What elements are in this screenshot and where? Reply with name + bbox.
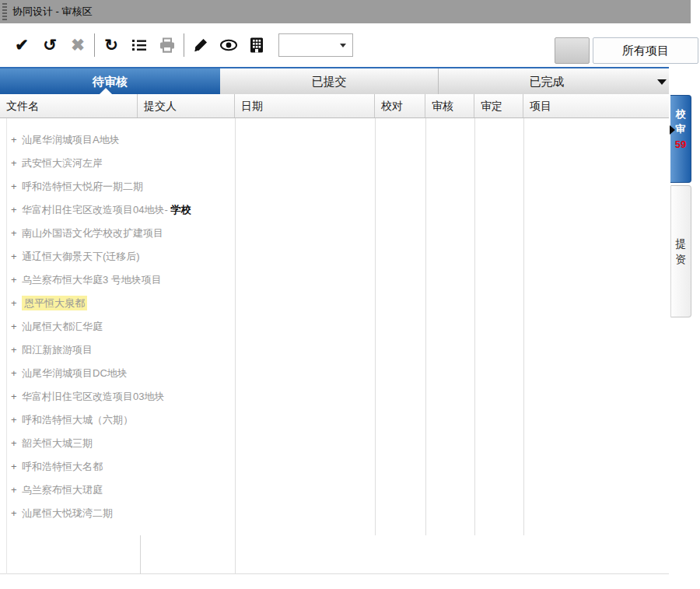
side-tab-tizi-label: 提资 (676, 236, 687, 267)
side-tab-review[interactable]: 校审 59 (670, 95, 691, 183)
list-item[interactable]: +武安恒大滨河左岸 (0, 152, 467, 175)
preview-button[interactable] (215, 32, 243, 58)
cancel-button[interactable]: ✖ (64, 32, 92, 58)
toggle-button[interactable] (555, 37, 590, 64)
grid-line (140, 535, 141, 574)
review-count-badge: 59 (670, 138, 691, 150)
list-view-button[interactable] (125, 32, 153, 58)
list-item[interactable]: +汕尾华润城项目A地块 (0, 128, 467, 152)
window-titlebar: 协同设计 - 审核区 (0, 0, 691, 23)
undo-icon: ↺ (43, 36, 57, 54)
project-name: 呼和浩特恒大悦府一期二期 (22, 181, 143, 192)
column-header-proofread[interactable]: 校对 (375, 94, 425, 117)
refresh-button[interactable]: ↻ (97, 32, 125, 58)
grid-line (474, 118, 475, 535)
project-name: 呼和浩特恒大城（六期） (22, 414, 133, 426)
expand-plus-icon[interactable]: + (11, 362, 19, 385)
expand-plus-icon[interactable]: + (11, 455, 19, 479)
file-list: +汕尾华润城项目A地块 +武安恒大滨河左岸 +呼和浩特恒大悦府一期二期 +华富村… (0, 118, 669, 574)
toolbar-separator (184, 33, 184, 57)
project-name: 呼和浩特恒大名都 (22, 461, 103, 472)
tab-bar: 待审核 已提交 已完成 (0, 67, 669, 94)
tab-completed[interactable]: 已完成 (438, 68, 656, 94)
project-name: 武安恒大滨河左岸 (22, 157, 103, 169)
column-header-approve[interactable]: 审定 (474, 94, 523, 117)
project-name: 恩平恒大泉都 (22, 296, 87, 310)
project-name: 南山外国语文化学校改扩建项目 (22, 227, 163, 239)
chevron-down-icon (340, 44, 346, 47)
list-item[interactable]: +汕尾恒大悦珑湾二期 (0, 502, 467, 525)
drag-grip-icon[interactable] (2, 3, 7, 20)
expand-plus-icon[interactable]: + (11, 245, 19, 268)
table-header: 文件名 提交人 日期 校对 审核 审定 项目 (0, 94, 669, 118)
expand-plus-icon[interactable]: + (11, 408, 19, 432)
printer-icon (159, 37, 176, 54)
edit-button[interactable] (187, 32, 215, 58)
list-item[interactable]: +华富村旧住宅区改造项目03地块 (0, 385, 467, 408)
expand-plus-icon[interactable]: + (11, 502, 19, 525)
pencil-icon (192, 37, 209, 54)
expand-plus-icon[interactable]: + (11, 222, 19, 245)
tab-submitted[interactable]: 已提交 (220, 68, 439, 94)
expand-plus-icon[interactable]: + (11, 128, 19, 152)
building-icon (248, 37, 265, 54)
project-name: 汕尾华润城项目DC地块 (22, 367, 128, 379)
expand-plus-icon[interactable]: + (11, 292, 19, 315)
print-button[interactable] (153, 32, 181, 58)
list-item[interactable]: +乌兰察布恒大珺庭 (0, 479, 467, 502)
expand-plus-icon[interactable]: + (11, 268, 19, 292)
column-header-project[interactable]: 项目 (523, 94, 669, 117)
expand-plus-icon[interactable]: + (11, 175, 19, 198)
project-name: 乌兰察布恒大华庭3 号地块项目 (22, 274, 162, 286)
column-header-filename[interactable]: 文件名 (0, 94, 138, 117)
confirm-button[interactable]: ✔ (8, 32, 36, 58)
column-header-submitter[interactable]: 提交人 (138, 94, 235, 117)
project-name: 汕尾恒大都汇华庭 (22, 321, 103, 332)
list-item[interactable]: +韶关恒大城三期 (0, 432, 467, 455)
list-icon (131, 37, 148, 54)
tab-overflow-dropdown-icon[interactable] (657, 79, 667, 85)
side-tab-review-label: 校审 (676, 107, 686, 136)
project-name: 华富村旧住宅区改造项目03地块 (22, 391, 164, 402)
expand-plus-icon[interactable]: + (11, 432, 19, 455)
project-name: 汕尾恒大悦珑湾二期 (22, 507, 113, 519)
list-item[interactable]: +呼和浩特恒大悦府一期二期 (0, 175, 467, 198)
list-item[interactable]: +呼和浩特恒大城（六期） (0, 408, 467, 432)
expand-plus-icon[interactable]: + (11, 198, 19, 222)
confirm-check-icon: ✔ (15, 36, 29, 54)
list-item[interactable]: +汕尾恒大都汇华庭 (0, 315, 467, 338)
expand-plus-icon[interactable]: + (11, 385, 19, 408)
project-grid-button[interactable] (243, 32, 271, 58)
cancel-x-icon: ✖ (71, 36, 85, 54)
expand-plus-icon[interactable]: + (11, 338, 19, 362)
project-name: 阳江新旅游项目 (22, 344, 93, 356)
column-header-date[interactable]: 日期 (235, 94, 375, 117)
undo-button[interactable]: ↺ (36, 32, 64, 58)
list-item[interactable]: +乌兰察布恒大华庭3 号地块项目 (0, 268, 467, 292)
refresh-icon: ↻ (104, 36, 118, 54)
list-item[interactable]: +恩平恒大泉都 (0, 292, 467, 315)
list-item[interactable]: +南山外国语文化学校改扩建项目 (0, 222, 467, 245)
list-item[interactable]: +华富村旧住宅区改造项目04地块- 学校 (0, 198, 467, 222)
list-item[interactable]: +阳江新旅游项目 (0, 338, 467, 362)
column-header-review[interactable]: 审核 (425, 94, 474, 117)
window-title: 协同设计 - 审核区 (12, 0, 93, 23)
side-tab-tizi[interactable]: 提资 (670, 185, 691, 317)
expand-plus-icon[interactable]: + (11, 315, 19, 338)
project-name: 华富村旧住宅区改造项目04地块- (22, 204, 168, 216)
list-item[interactable]: +通辽恒大御景天下(迁移后) (0, 245, 467, 268)
active-pointer-icon (670, 125, 675, 135)
all-projects-button[interactable]: 所有项目 (593, 37, 698, 64)
active-tab-marker (100, 88, 112, 94)
list-item[interactable]: +汕尾华润城项目DC地块 (0, 362, 467, 385)
grid-line (523, 118, 524, 535)
eye-icon (219, 36, 238, 54)
project-name: 韶关恒大城三期 (22, 437, 93, 449)
filter-combobox[interactable] (278, 33, 353, 57)
project-name: 汕尾华润城项目A地块 (22, 134, 120, 145)
expand-plus-icon[interactable]: + (11, 152, 19, 175)
expand-plus-icon[interactable]: + (11, 479, 19, 502)
list-item[interactable]: +呼和浩特恒大名都 (0, 455, 467, 479)
toolbar-separator (94, 33, 95, 57)
project-name-bold-suffix: 学校 (170, 204, 191, 216)
